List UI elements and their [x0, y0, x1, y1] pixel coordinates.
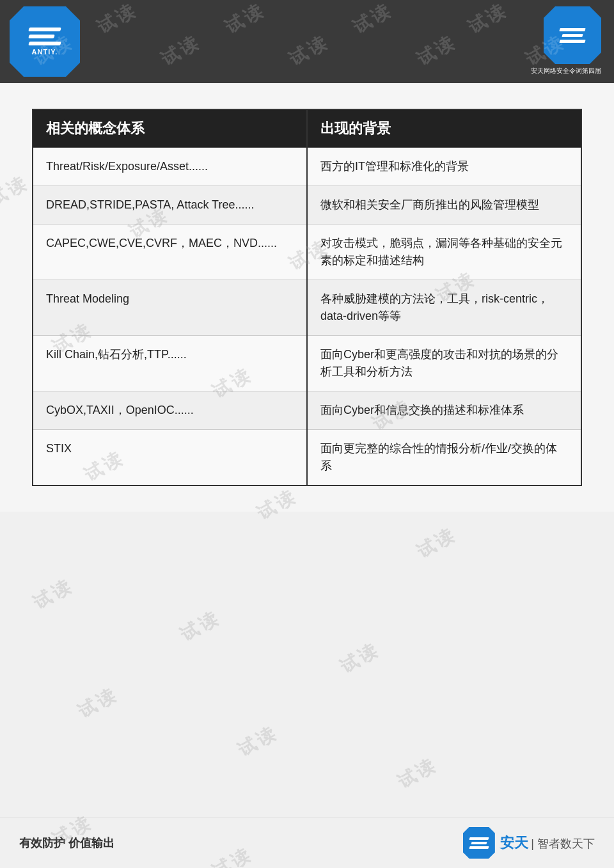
- concept-cell: Kill Chain,钻石分析,TTP......: [33, 336, 307, 391]
- table-row: Threat/Risk/Exposure/Asset......西方的IT管理和…: [33, 148, 581, 186]
- concept-cell: Threat/Risk/Exposure/Asset......: [33, 148, 307, 186]
- background-cell: 面向Cyber和更高强度的攻击和对抗的场景的分析工具和分析方法: [307, 336, 581, 391]
- col1-header: 相关的概念体系: [33, 109, 307, 148]
- header: 试读 试读 试读 试读 试读 试读 试读 试读 试读 ANTIY. 安天网络安全…: [0, 0, 614, 83]
- footer-logo-sub: 智者数天下: [537, 837, 595, 850]
- table-header-row: 相关的概念体系 出现的背景: [33, 109, 581, 148]
- concept-cell: DREAD,STRIDE,PASTA, Attack Tree......: [33, 186, 307, 225]
- background-cell: 面向更完整的综合性的情报分析/作业/交换的体系: [307, 430, 581, 486]
- background-cell: 各种威胁建模的方法论，工具，risk-centric，data-driven等等: [307, 280, 581, 336]
- background-cell: 面向Cyber和信息交换的描述和标准体系: [307, 391, 581, 430]
- footer-logo-separator: |: [531, 837, 537, 850]
- logo-label: ANTIY.: [32, 48, 58, 56]
- footer: 有效防护 价值输出 安天 | 智者数天下: [0, 817, 614, 868]
- watermark: 试读: [285, 29, 333, 72]
- logo-line: [28, 28, 61, 31]
- watermark: 试读: [349, 0, 397, 40]
- watermark: 试读: [157, 29, 205, 72]
- concept-cell: CAPEC,CWE,CVE,CVRF，MAEC，NVD......: [33, 225, 307, 280]
- background-cell: 西方的IT管理和标准化的背景: [307, 148, 581, 186]
- body-watermark: 试读: [413, 522, 461, 564]
- body-watermark: 试读: [176, 605, 224, 647]
- table-row: CAPEC,CWE,CVE,CVRF，MAEC，NVD......对攻击模式，脆…: [33, 225, 581, 280]
- background-cell: 微软和相关安全厂商所推出的风险管理模型: [307, 186, 581, 225]
- concept-cell: Threat Modeling: [33, 280, 307, 336]
- watermark: 试读: [464, 0, 512, 40]
- header-right-text: 安天网络安全令词第四届: [531, 67, 601, 75]
- footer-logo: 安天 | 智者数天下: [463, 827, 595, 859]
- watermark: 试读: [93, 0, 141, 40]
- footer-logo-icon: [463, 827, 495, 859]
- antiy-logo: ANTIY.: [10, 6, 80, 77]
- main-content: 相关的概念体系 出现的背景 Threat/Risk/Exposure/Asset…: [0, 83, 614, 512]
- watermark: 试读: [413, 29, 461, 72]
- footer-logo-main: 安天: [500, 835, 528, 851]
- table-row: DREAD,STRIDE,PASTA, Attack Tree......微软和…: [33, 186, 581, 225]
- right-logo-box: [544, 6, 601, 64]
- body-watermark: 试读: [336, 637, 384, 679]
- concept-cell: STIX: [33, 430, 307, 486]
- body-watermark: 试读: [74, 682, 122, 724]
- table-row: Threat Modeling各种威胁建模的方法论，工具，risk-centri…: [33, 280, 581, 336]
- body-watermark: 试读: [29, 573, 77, 615]
- concept-cell: CybOX,TAXII，OpenIOC......: [33, 391, 307, 430]
- logo-line: [28, 42, 61, 45]
- table-row: CybOX,TAXII，OpenIOC......面向Cyber和信息交换的描述…: [33, 391, 581, 430]
- body-watermark: 试读: [393, 752, 442, 794]
- footer-tagline: 有效防护 价值输出: [19, 835, 114, 851]
- background-cell: 对攻击模式，脆弱点，漏洞等各种基础的安全元素的标定和描述结构: [307, 225, 581, 280]
- watermark: 试读: [221, 0, 269, 40]
- table-row: Kill Chain,钻石分析,TTP......面向Cyber和更高强度的攻击…: [33, 336, 581, 391]
- concept-table: 相关的概念体系 出现的背景 Threat/Risk/Exposure/Asset…: [32, 109, 582, 486]
- logo-lines: [29, 28, 61, 45]
- table-row: STIX面向更完整的综合性的情报分析/作业/交换的体系: [33, 430, 581, 486]
- header-right-logo: 安天网络安全令词第四届: [531, 6, 601, 75]
- col2-header: 出现的背景: [307, 109, 581, 148]
- body-watermark: 试读: [233, 720, 282, 762]
- footer-brand: 安天 | 智者数天下: [500, 833, 595, 853]
- logo-line: [28, 35, 55, 38]
